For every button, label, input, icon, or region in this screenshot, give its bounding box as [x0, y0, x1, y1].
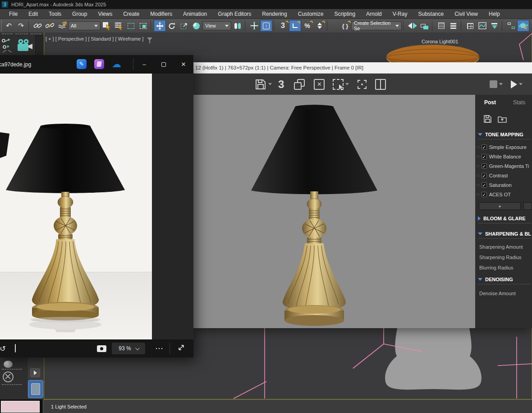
corona-light-wireframe[interactable]: [193, 32, 532, 62]
add-tone-operator-button[interactable]: +: [479, 202, 521, 210]
chevron-down-icon[interactable]: [345, 83, 349, 85]
select-and-link-button[interactable]: [32, 20, 44, 32]
named-selection-set-dropdown[interactable]: Create Selection Se: [351, 21, 402, 30]
clipchamp-button[interactable]: [94, 59, 104, 69]
window-crossing-toggle[interactable]: [137, 20, 149, 32]
redo-button[interactable]: ↷: [15, 20, 27, 32]
checkbox-checked[interactable]: ✓: [482, 144, 487, 150]
rectangular-selection-region-button[interactable]: [125, 20, 137, 32]
load-post-config-button[interactable]: [498, 115, 507, 123]
keyboard-shortcut-override-toggle[interactable]: ↑: [260, 20, 272, 32]
corona-3-icon[interactable]: 3: [278, 78, 284, 91]
toolbar-grip[interactable]: [2, 33, 13, 34]
save-post-config-button[interactable]: [483, 115, 492, 123]
menu-file[interactable]: File: [4, 9, 23, 19]
checkbox-checked[interactable]: ✓: [482, 173, 487, 178]
reference-coordinate-dropdown[interactable]: View: [202, 21, 231, 30]
snaps-toggle-3d[interactable]: 3: [277, 20, 289, 32]
onedrive-cloud-icon[interactable]: ☁: [112, 60, 121, 69]
ab-compare-button[interactable]: [375, 79, 386, 90]
play-flyout-button[interactable]: [30, 368, 40, 377]
mirror-button[interactable]: [406, 20, 418, 32]
select-and-manipulate-button[interactable]: [248, 20, 260, 32]
filter-funnel-icon[interactable]: [147, 37, 152, 41]
render-setup-button[interactable]: [488, 20, 500, 32]
checkbox-checked[interactable]: ✓: [482, 182, 487, 188]
checkbox-checked[interactable]: ✓: [482, 154, 487, 159]
checkbox-checked[interactable]: ✓: [482, 192, 487, 197]
vfb-titlebar[interactable]: 12 (Hotfix 1) | 763×572px (1:1) | Camera…: [193, 62, 532, 74]
tab-stats[interactable]: Stats: [513, 99, 525, 106]
select-and-move-button[interactable]: [154, 20, 166, 32]
toggle-scene-explorer-button[interactable]: [435, 20, 447, 32]
clear-vfb-button[interactable]: ✕: [314, 79, 325, 90]
toolbar-grip[interactable]: [2, 384, 22, 385]
drag-handle-icon[interactable]: ∷: [477, 164, 479, 168]
rotate-left-button[interactable]: ↺: [0, 344, 9, 353]
menu-group[interactable]: Group: [67, 9, 92, 19]
selection-filter-dropdown[interactable]: All: [68, 21, 101, 30]
menu-graph-editors[interactable]: Graph Editors: [212, 9, 257, 19]
section-sharpening-blurring[interactable]: SHARPENING & BLU: [478, 231, 531, 239]
checkbox-checked[interactable]: ✓: [482, 163, 487, 169]
slate-material-editor-button[interactable]: [505, 20, 517, 32]
percent-snap-toggle[interactable]: %: [301, 20, 313, 32]
edit-named-selection-sets-button[interactable]: { }: [339, 20, 351, 32]
zoom-level-dropdown[interactable]: 93 %: [112, 343, 145, 354]
drag-handle-icon[interactable]: ∷: [477, 154, 479, 159]
menu-modifiers[interactable]: Modifiers: [145, 9, 178, 19]
aperture-icon[interactable]: [3, 371, 14, 382]
use-center-flyout-button[interactable]: [231, 20, 243, 32]
align-button[interactable]: [418, 20, 431, 32]
toolbar-grip[interactable]: [1, 20, 2, 31]
render-iterative-button[interactable]: [529, 20, 532, 32]
menu-arnold[interactable]: Arnold: [361, 9, 387, 19]
fit-to-window-button[interactable]: [97, 345, 106, 352]
maximize-button[interactable]: [154, 55, 173, 74]
edit-image-button[interactable]: ✎: [77, 59, 87, 69]
region-render-button[interactable]: [333, 79, 349, 90]
viewport-label[interactable]: [ + ] [ Perspective ] [ Standard ] [ Wir…: [46, 36, 152, 42]
drag-handle-icon[interactable]: ∷: [477, 145, 479, 149]
menu-civil-view[interactable]: Civil View: [449, 9, 483, 19]
use-pivot-point-button[interactable]: [190, 20, 202, 32]
vfb-render-canvas[interactable]: [193, 95, 475, 328]
menu-vray[interactable]: V-Ray: [387, 9, 413, 19]
start-render-button[interactable]: [511, 80, 523, 88]
toggle-ribbon-button[interactable]: [464, 20, 476, 32]
unlink-selection-button[interactable]: [44, 20, 56, 32]
photo-canvas[interactable]: [0, 74, 152, 339]
scene-nodes-icon[interactable]: [1, 37, 15, 55]
focus-track-button[interactable]: [356, 79, 368, 90]
select-by-name-button[interactable]: [113, 20, 125, 32]
menu-help[interactable]: Help: [483, 9, 505, 19]
spinner-snap-toggle[interactable]: [313, 20, 326, 32]
menu-scripting[interactable]: Scripting: [329, 9, 361, 19]
toolbar-grip[interactable]: [15, 33, 28, 34]
chevron-down-icon[interactable]: [519, 83, 523, 85]
toggle-layer-explorer-button[interactable]: [447, 20, 459, 32]
color-swatch[interactable]: [1, 401, 40, 413]
remove-tone-operator-button[interactable]: [523, 202, 532, 210]
toolbar-grip[interactable]: [2, 369, 22, 370]
curve-editor-button[interactable]: [476, 20, 488, 32]
ocr-text-button[interactable]: [15, 344, 16, 353]
menu-edit[interactable]: Edit: [23, 9, 43, 19]
active-tool-button[interactable]: [28, 380, 43, 398]
toolbar-grip[interactable]: [31, 33, 41, 34]
section-tone-mapping[interactable]: TONE MAPPING: [478, 132, 531, 139]
duplicate-render-button[interactable]: [294, 79, 305, 90]
select-and-rotate-button[interactable]: [166, 20, 178, 32]
menu-create[interactable]: Create: [118, 9, 145, 19]
more-options-button[interactable]: ⋯: [151, 343, 167, 353]
bind-to-space-warp-button[interactable]: [56, 20, 68, 32]
menu-animation[interactable]: Animation: [178, 9, 212, 19]
stop-render-button[interactable]: [490, 80, 503, 88]
drag-handle-icon[interactable]: ∷: [477, 192, 479, 197]
select-and-scale-button[interactable]: [178, 20, 190, 32]
menu-views[interactable]: Views: [92, 9, 118, 19]
undo-button[interactable]: ↶: [3, 20, 15, 32]
material-sphere-icon[interactable]: [4, 361, 13, 368]
select-object-button[interactable]: [101, 20, 113, 32]
menu-rendering[interactable]: Rendering: [257, 9, 292, 19]
